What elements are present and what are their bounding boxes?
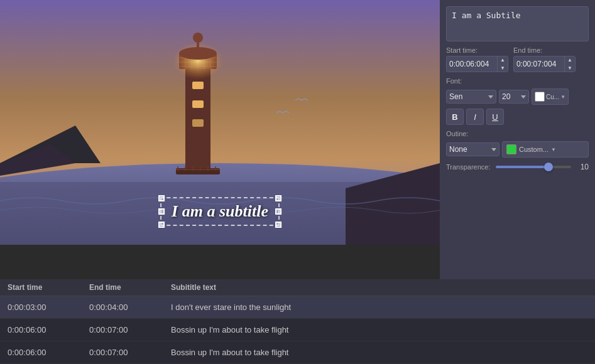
font-label: Font: [446, 77, 589, 85]
row-end-time: 0:00:04:00 [89, 302, 171, 312]
right-panel: Start time: ▲ ▼ End time: ▲ ▼ [440, 0, 595, 279]
main-area: I am a subtitle Start time: ▲ ▼ [0, 0, 595, 279]
svg-rect-7 [192, 82, 204, 89]
row-subtitle-text: Bossin up I'm about to take flight [171, 348, 587, 357]
table-header: Start time End time Subititle text [0, 279, 595, 296]
row-start-time: 0:00:06:00 [8, 348, 89, 357]
end-time-input[interactable] [514, 58, 564, 70]
end-time-up[interactable]: ▲ [565, 56, 575, 64]
handle-top-left[interactable] [158, 195, 165, 201]
font-color-label: Cu... [546, 94, 559, 100]
end-time-group: End time: ▲ ▼ [513, 46, 576, 72]
font-color-button[interactable]: Cu... ▼ [532, 88, 569, 105]
outline-color-arrow: ▼ [551, 147, 556, 153]
start-time-group: Start time: ▲ ▼ [446, 46, 508, 72]
table-row[interactable]: 0:00:06:00 0:00:07:00 Bossin up I'm abou… [0, 319, 595, 341]
table-row[interactable]: 0:00:06:00 0:00:07:00 Bossin up I'm abou… [0, 341, 595, 364]
transparency-slider[interactable] [496, 166, 571, 168]
font-color-dropdown-arrow: ▼ [560, 94, 565, 100]
outline-type-select[interactable]: None Solid Shadow [446, 142, 499, 156]
font-family-select[interactable]: Sen Arial Georgia [446, 90, 496, 104]
table-row[interactable]: 0:00:03:00 0:00:04:00 I don't ever stare… [0, 296, 595, 319]
outline-label: Outine: [446, 130, 589, 137]
video-background: I am a subtitle [0, 0, 440, 245]
end-time-down[interactable]: ▼ [565, 64, 575, 72]
end-time-wrapper: ▲ ▼ [513, 56, 576, 72]
subtitle-overlay[interactable]: I am a subtitle [160, 197, 280, 226]
outline-section: Outine: None Solid Shadow Custom... ▼ [446, 130, 589, 158]
font-section: Font: Sen Arial Georgia 20 16 24 32 Cu..… [446, 77, 589, 125]
col-header-start: Start time [8, 283, 89, 292]
svg-rect-8 [192, 100, 204, 108]
font-controls: Sen Arial Georgia 20 16 24 32 Cu... ▼ [446, 88, 589, 105]
table-body: 0:00:03:00 0:00:04:00 I don't ever stare… [0, 296, 595, 364]
font-color-swatch [535, 92, 545, 102]
time-row: Start time: ▲ ▼ End time: ▲ ▼ [446, 46, 589, 72]
font-size-select[interactable]: 20 16 24 32 [499, 90, 529, 104]
start-time-wrapper: ▲ ▼ [446, 56, 508, 72]
handle-mid-right[interactable] [275, 208, 281, 215]
subtitle-table: Start time End time Subititle text 0:00:… [0, 279, 595, 364]
outline-color-label: Custom... [519, 146, 549, 153]
italic-button[interactable]: I [466, 109, 484, 125]
format-buttons: B I U [446, 109, 589, 125]
svg-point-21 [193, 33, 203, 43]
col-header-end: End time [89, 283, 171, 292]
transparency-value: 10 [576, 163, 589, 171]
transparency-row: Transparence: 10 [446, 163, 589, 171]
subtitle-text: I am a subtitle [172, 202, 268, 220]
outline-color-button[interactable]: Custom... ▼ [502, 141, 589, 158]
handle-bottom-left[interactable] [158, 222, 165, 228]
handle-top-right[interactable] [275, 195, 281, 201]
bold-button[interactable]: B [446, 109, 464, 125]
svg-rect-9 [192, 119, 204, 127]
subtitle-text-input[interactable] [446, 6, 589, 41]
row-start-time: 0:00:03:00 [8, 302, 89, 312]
col-header-text: Subititle text [171, 283, 587, 292]
outline-controls: None Solid Shadow Custom... ▼ [446, 141, 589, 158]
transparency-thumb[interactable] [544, 163, 553, 171]
end-time-label: End time: [513, 46, 576, 54]
transparency-label: Transparence: [446, 163, 491, 171]
row-subtitle-text: Bossin up I'm about to take flight [171, 325, 587, 335]
row-end-time: 0:00:07:00 [89, 325, 171, 335]
underline-button[interactable]: U [486, 109, 504, 125]
video-panel: I am a subtitle [0, 0, 440, 245]
start-time-spinners: ▲ ▼ [497, 56, 508, 72]
start-time-label: Start time: [446, 46, 508, 54]
row-subtitle-text: I don't ever stare into the sunlight [171, 302, 587, 312]
start-time-up[interactable]: ▲ [498, 56, 508, 64]
row-start-time: 0:00:06:00 [8, 325, 89, 335]
row-end-time: 0:00:07:00 [89, 348, 171, 357]
start-time-down[interactable]: ▼ [498, 64, 508, 72]
outline-color-swatch [506, 144, 516, 154]
handle-mid-left[interactable] [158, 208, 165, 215]
end-time-spinners: ▲ ▼ [564, 56, 575, 72]
handle-bottom-right[interactable] [275, 222, 281, 228]
start-time-input[interactable] [447, 58, 497, 70]
